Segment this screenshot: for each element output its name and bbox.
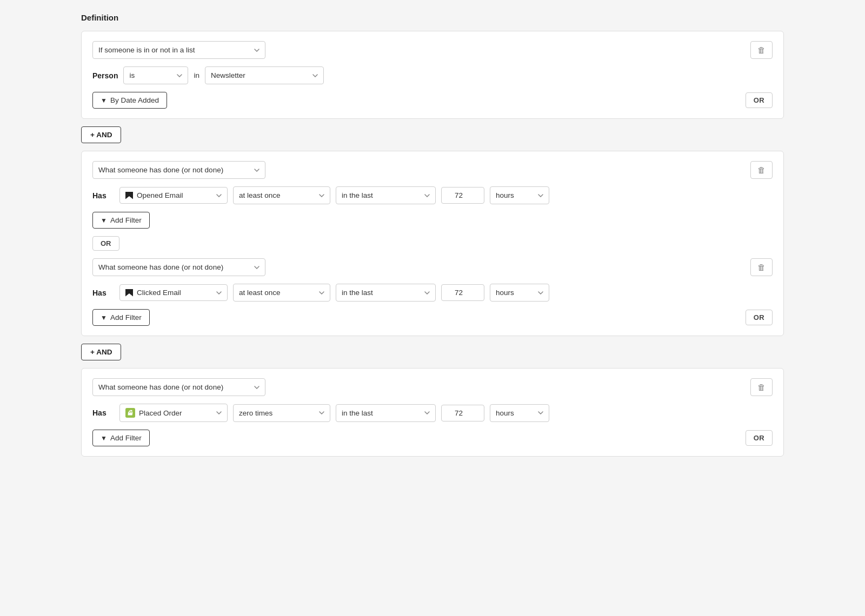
action-label-3: Clicked Email — [137, 289, 181, 297]
time-number-input-4[interactable] — [441, 405, 484, 421]
has-label-2: Has — [92, 191, 114, 200]
shopify-icon — [125, 408, 135, 418]
by-date-added-button[interactable]: ▼ By Date Added — [92, 92, 167, 109]
action-select-2[interactable]: Opened Email — [119, 187, 228, 204]
delete-button-3[interactable]: 🗑 — [750, 258, 773, 276]
list-select[interactable]: Newsletter — [205, 66, 324, 84]
frequency-select-4[interactable]: zero times — [233, 404, 330, 422]
page-container: Definition If someone is in or not in a … — [81, 13, 784, 457]
action-select-4[interactable]: Placed Order — [119, 404, 228, 422]
trash-icon-2: 🗑 — [757, 165, 766, 175]
person-is-select[interactable]: is — [123, 66, 188, 84]
by-date-added-label: By Date Added — [110, 96, 159, 104]
add-filter-label-4: Add Filter — [110, 434, 142, 442]
frequency-select-2[interactable]: at least once — [233, 186, 330, 204]
condition-type-select-2[interactable]: What someone has done (or not done) — [92, 161, 265, 179]
time-number-input-2[interactable] — [441, 187, 484, 204]
add-filter-label-2: Add Filter — [110, 216, 142, 224]
time-number-input-3[interactable] — [441, 284, 484, 301]
and-button-1[interactable]: + AND — [81, 126, 121, 143]
trash-icon-3: 🗑 — [757, 263, 766, 272]
add-filter-button-2[interactable]: ▼ Add Filter — [92, 212, 150, 229]
time-qualifier-select-2[interactable]: in the last — [336, 186, 436, 204]
condition-block-1: If someone is in or not in a list 🗑 Pers… — [81, 31, 784, 119]
condition-block-23: What someone has done (or not done) 🗑 Ha… — [81, 151, 784, 336]
action-label-2: Opened Email — [137, 191, 183, 199]
in-label: in — [194, 71, 199, 79]
inner-block-3: What someone has done (or not done) 🗑 Ha… — [92, 258, 773, 326]
or-divider: OR — [92, 236, 773, 251]
add-filter-button-3[interactable]: ▼ Add Filter — [92, 309, 150, 326]
action-select-3[interactable]: Clicked Email — [119, 284, 228, 301]
add-filter-label-3: Add Filter — [110, 313, 142, 322]
has-label-4: Has — [92, 409, 114, 417]
action-icon-3 — [125, 289, 133, 297]
trash-icon-4: 🗑 — [757, 383, 766, 392]
filter-icon-3: ▼ — [101, 314, 107, 322]
time-qualifier-select-3[interactable]: in the last — [336, 284, 436, 302]
or-button-1[interactable]: OR — [746, 92, 773, 108]
condition-block-4: What someone has done (or not done) 🗑 Ha… — [81, 368, 784, 457]
time-unit-select-2[interactable]: hours — [490, 186, 549, 204]
inner-block-2: What someone has done (or not done) 🗑 Ha… — [92, 161, 773, 229]
or-button-4[interactable]: OR — [746, 430, 773, 446]
action-icon-2 — [125, 192, 133, 199]
condition-type-select-1[interactable]: If someone is in or not in a list — [92, 41, 265, 59]
trash-icon-1: 🗑 — [757, 45, 766, 55]
delete-button-4[interactable]: 🗑 — [750, 378, 773, 396]
condition-type-select-3[interactable]: What someone has done (or not done) — [92, 258, 265, 276]
delete-button-1[interactable]: 🗑 — [750, 41, 773, 59]
person-label: Person — [92, 71, 118, 80]
or-standalone-button[interactable]: OR — [92, 236, 119, 251]
and-button-2[interactable]: + AND — [81, 344, 121, 360]
delete-button-2[interactable]: 🗑 — [750, 161, 773, 179]
action-label-4: Placed Order — [139, 409, 182, 417]
filter-icon-2: ▼ — [101, 217, 107, 224]
add-filter-button-4[interactable]: ▼ Add Filter — [92, 430, 150, 446]
or-button-3[interactable]: OR — [746, 310, 773, 325]
filter-icon-1: ▼ — [101, 97, 107, 104]
time-qualifier-select-4[interactable]: in the last — [336, 404, 436, 422]
page-title: Definition — [81, 13, 784, 22]
condition-type-select-4[interactable]: What someone has done (or not done) — [92, 378, 265, 396]
frequency-select-3[interactable]: at least once — [233, 284, 330, 302]
time-unit-select-3[interactable]: hours — [490, 284, 549, 302]
has-label-3: Has — [92, 289, 114, 297]
filter-icon-4: ▼ — [101, 434, 107, 442]
time-unit-select-4[interactable]: hours — [490, 404, 549, 422]
